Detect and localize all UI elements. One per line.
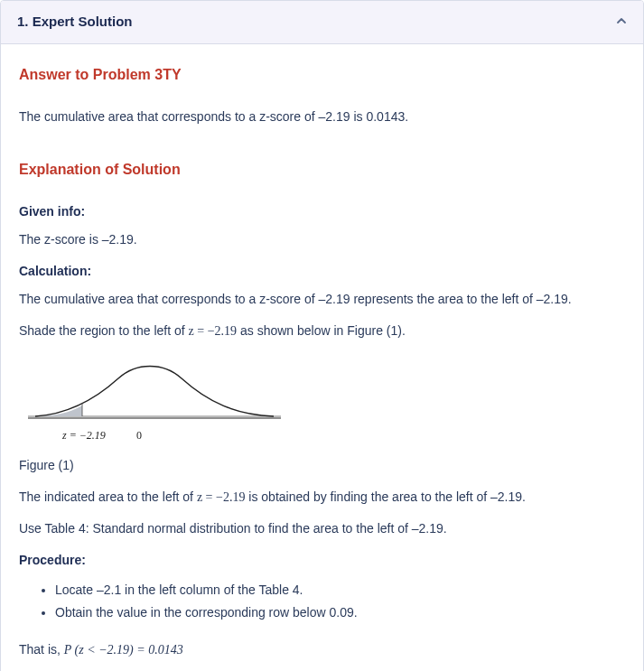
axis-label-zero: 0 [136, 427, 142, 443]
use-table-line: Use Table 4: Standard normal distributio… [19, 519, 625, 538]
chevron-up-icon [616, 13, 627, 32]
that-is-math: P (z < −2.19) = 0.0143 [64, 643, 183, 657]
header-title: 1. Expert Solution [17, 12, 133, 33]
calc-p1: The cumulative area that corresponds to … [19, 290, 625, 309]
explanation-heading: Explanation of Solution [19, 159, 625, 181]
axis-label-z: z = −2.19 [62, 427, 106, 443]
after-fig-math: z = −2.19 [197, 490, 246, 504]
after-fig-post: is obtained by finding the area to the l… [245, 489, 526, 504]
calc-p2-post: as shown below in Figure (1). [237, 323, 406, 338]
figure-1: z = −2.19 0 [19, 353, 625, 443]
card-header[interactable]: 1. Expert Solution [1, 1, 643, 44]
solution-card: 1. Expert Solution Answer to Problem 3TY… [0, 0, 644, 671]
calc-p2: Shade the region to the left of z = −2.1… [19, 322, 625, 340]
after-figure-line: The indicated area to the left of z = −2… [19, 488, 625, 507]
that-is-pre: That is, [19, 642, 64, 657]
calc-p2-math: z = −2.19 [189, 324, 238, 338]
after-fig-pre: The indicated area to the left of [19, 489, 197, 504]
given-info-text: The z-score is –2.19. [19, 230, 625, 249]
normal-curve-svg [19, 353, 290, 425]
answer-heading: Answer to Problem 3TY [19, 64, 625, 86]
that-is-line: That is, P (z < −2.19) = 0.0143 [19, 640, 625, 659]
calc-p2-pre: Shade the region to the left of [19, 323, 189, 338]
given-info-label: Given info: [19, 202, 625, 221]
procedure-list: Locate –2.1 in the left column of the Ta… [19, 581, 625, 622]
list-item: Locate –2.1 in the left column of the Ta… [55, 581, 625, 600]
figure-caption: Figure (1) [19, 456, 625, 475]
axis-labels: z = −2.19 0 [19, 427, 625, 443]
answer-text: The cumulative area that corresponds to … [19, 107, 625, 126]
calculation-label: Calculation: [19, 262, 625, 281]
list-item: Obtain the value in the corresponding ro… [55, 603, 625, 622]
procedure-label: Procedure: [19, 551, 625, 570]
card-body: Answer to Problem 3TY The cumulative are… [1, 44, 643, 672]
